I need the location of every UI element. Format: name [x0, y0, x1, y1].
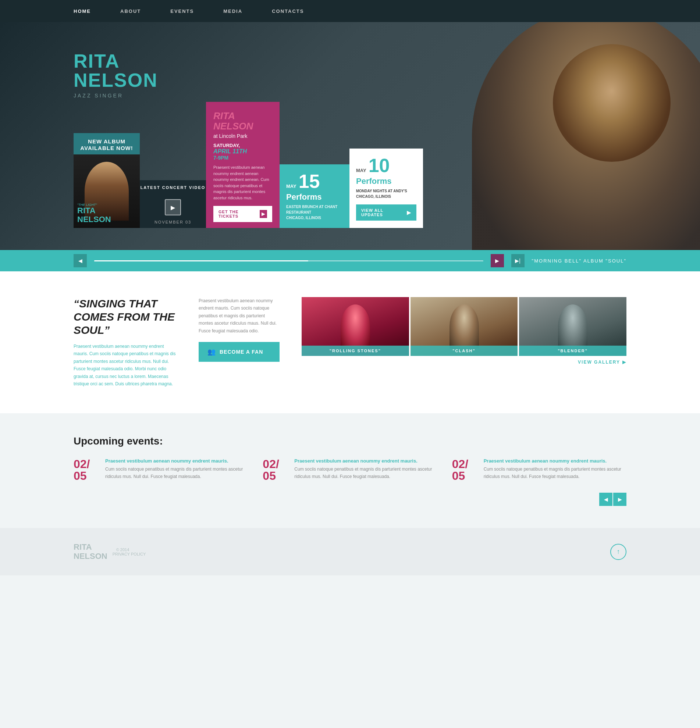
slider-bar: ◀ ▶ ▶| "MORNING BELL" ALBUM "SOUL": [0, 250, 700, 272]
event-item: 02/ 05 Praesent vestibulum aenean noummy…: [74, 458, 248, 482]
tickets-arrow: ▶: [260, 210, 267, 218]
teal-desc: EASTER BRUNCH AT CHANT RESTAURANT CHICAG…: [286, 204, 343, 221]
hero-section: RITA NELSON JAZZ SINGER NEW ALBUM AVAILA…: [0, 22, 700, 250]
gallery-item[interactable]: "CLASH": [411, 297, 518, 356]
album-image: "THE LIGHT" RITA NELSON: [74, 155, 140, 228]
events-next-button[interactable]: ▶: [613, 493, 626, 506]
events-title: Upcoming events:: [74, 435, 626, 447]
nav-home[interactable]: HOME: [74, 9, 91, 14]
view-all-button[interactable]: VIEW ALL UPDATES ▶: [356, 204, 417, 221]
gallery-item[interactable]: "BLENDER": [519, 297, 626, 356]
slider-fill: [94, 260, 308, 261]
pink-artist-name: RITA NELSON: [213, 111, 272, 131]
nav-media[interactable]: MEDIA: [223, 9, 242, 14]
events-prev-button[interactable]: ◀: [599, 493, 612, 506]
gallery-label-2: "CLASH": [411, 346, 518, 356]
video-label: LATEST CONCERT VIDEO: [140, 185, 206, 190]
gallery-section: "ROLLING STONES" "CLASH" "BLENDER": [302, 297, 626, 387]
album-text: "THE LIGHT" RITA NELSON: [77, 203, 111, 224]
nav-events[interactable]: EVENTS: [170, 9, 194, 14]
teal-may: MAY: [286, 183, 296, 189]
become-fan-button[interactable]: 👥 BECOME A FAN: [199, 342, 279, 362]
event-card-pink: RITA NELSON at Lincoln Park SATURDAY, AP…: [206, 102, 279, 228]
nav-about[interactable]: ABOUT: [120, 9, 141, 14]
event-item: 02/ 05 Praesent vestibulum aenean noummy…: [263, 458, 437, 482]
video-card: LATEST CONCERT VIDEO NOVEMBER 03: [140, 180, 206, 228]
slider-skip-button[interactable]: ▶|: [511, 254, 525, 267]
slider-next-button[interactable]: ▶: [491, 254, 504, 267]
events-grid: 02/ 05 Praesent vestibulum aenean noummy…: [74, 458, 626, 482]
gallery-arrow: ▶: [622, 360, 626, 365]
pink-location: at Lincoln Park: [213, 133, 272, 139]
body-text-block: Praesent vestibulum aenean noummy endren…: [199, 297, 279, 387]
teal-performs: Performs: [286, 192, 343, 202]
white-day: 10: [369, 156, 390, 175]
white-may: MAY: [356, 168, 366, 173]
view-gallery-link[interactable]: VIEW GALLERY ▶: [302, 360, 626, 365]
white-desc: MONDAY NIGHTS AT ANDY'S CHICAGO, ILLINOI…: [356, 188, 417, 199]
teal-day: 15: [299, 172, 320, 191]
event-date: 02/ 05: [263, 458, 288, 482]
slider-label: "MORNING BELL" ALBUM "SOUL": [532, 258, 626, 264]
hero-subtitle: JAZZ SINGER: [74, 92, 700, 98]
album-card-label: NEW ALBUM AVAILABLE NOW!: [74, 133, 140, 155]
gallery-grid: "ROLLING STONES" "CLASH" "BLENDER": [302, 297, 626, 356]
main-quote: “SINGING THAT COMES FROM THE SOUL”: [74, 297, 176, 337]
white-performs: Performs: [356, 176, 417, 186]
event-date: 02/ 05: [74, 458, 99, 482]
pink-time: 7-9PM: [213, 155, 272, 161]
events-section: Upcoming events: 02/ 05 Praesent vestibu…: [0, 413, 700, 528]
video-date: NOVEMBER 03: [140, 220, 206, 224]
event-card-white: MAY 10 Performs MONDAY NIGHTS AT ANDY'S …: [350, 149, 423, 228]
footer-copyright: © 2014: [116, 547, 146, 552]
gallery-label-1: "ROLLING STONES": [302, 346, 409, 356]
pink-date: APRIL 11TH: [213, 148, 272, 155]
quote-block: “SINGING THAT COMES FROM THE SOUL” Praes…: [74, 297, 176, 387]
body-text: Praesent vestibulum aenean noummy endren…: [199, 297, 279, 335]
back-to-top-button[interactable]: ↑: [610, 544, 626, 560]
pink-description: Praesent vestibulum aenean noummy endren…: [213, 164, 272, 201]
hero-cards: NEW ALBUM AVAILABLE NOW! "THE LIGHT" RIT…: [74, 102, 423, 228]
slider-prev-button[interactable]: ◀: [74, 254, 87, 267]
slider-progress: [94, 260, 483, 261]
fan-icon: 👥: [207, 348, 216, 356]
footer-privacy[interactable]: PRIVACY POLICY: [113, 552, 146, 556]
hero-content: RITA NELSON JAZZ SINGER: [0, 22, 700, 98]
quote-body: Praesent vestibulum aenean noummy endren…: [74, 343, 176, 387]
event-info: Praesent vestibulum aenean noummy endren…: [294, 458, 437, 482]
gallery-item[interactable]: "ROLLING STONES": [302, 297, 409, 356]
view-all-arrow: ▶: [407, 209, 411, 215]
album-card: NEW ALBUM AVAILABLE NOW! "THE LIGHT" RIT…: [74, 133, 140, 228]
content-section: “SINGING THAT COMES FROM THE SOUL” Praes…: [0, 272, 700, 413]
gallery-label-3: "BLENDER": [519, 346, 626, 356]
event-card-teal: MAY 15 Performs EASTER BRUNCH AT CHANT R…: [279, 164, 350, 228]
event-item: 02/ 05 Praesent vestibulum aenean noummy…: [452, 458, 626, 482]
pink-day: SATURDAY,: [213, 143, 272, 148]
event-info: Praesent vestibulum aenean noummy endren…: [105, 458, 248, 482]
event-date: 02/ 05: [452, 458, 478, 482]
event-info: Praesent vestibulum aenean noummy endren…: [484, 458, 626, 482]
footer-logo: RITA NELSON: [74, 543, 107, 560]
video-play-button[interactable]: [165, 199, 181, 215]
main-nav: HOME ABOUT EVENTS MEDIA CONTACTS: [0, 0, 700, 22]
footer: RITA NELSON © 2014 PRIVACY POLICY ↑: [0, 528, 700, 575]
nav-contacts[interactable]: CONTACTS: [272, 9, 304, 14]
events-nav: ◀ ▶: [74, 493, 626, 506]
hero-artist-name: RITA NELSON: [74, 52, 700, 90]
tickets-button[interactable]: GET THE TICKETS ▶: [213, 206, 272, 222]
